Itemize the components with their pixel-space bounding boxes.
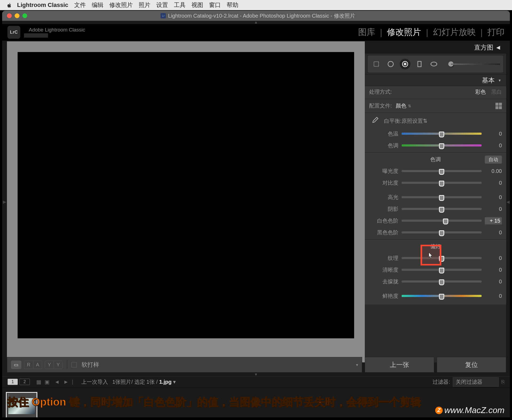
module-develop[interactable]: 修改照片 bbox=[387, 26, 421, 38]
apple-logo-icon bbox=[6, 2, 12, 8]
radial-filter-tool-icon[interactable] bbox=[429, 59, 439, 69]
menu-edit[interactable]: 编辑 bbox=[92, 1, 103, 9]
window-title: Lightroom Catalog-v10-2.lrcat - Adobe Ph… bbox=[168, 12, 355, 19]
slider-vibrance[interactable]: 鲜艳度0 bbox=[365, 290, 506, 302]
wb-stepper-icon[interactable]: ⇅ bbox=[423, 118, 427, 124]
app-window: Lr Lightroom Catalog-v10-2.lrcat - Adobe… bbox=[2, 11, 510, 417]
wb-value[interactable]: 原照设置 bbox=[402, 117, 423, 125]
monitor-1-button[interactable]: 1 bbox=[7, 379, 18, 385]
expand-top-panel-arrow[interactable]: ▲ bbox=[2, 21, 510, 24]
window-close-button[interactable] bbox=[7, 13, 12, 18]
profile-label: 配置文件: bbox=[369, 102, 392, 109]
profile-value[interactable]: 颜色 bbox=[396, 102, 406, 109]
slider-dehaze[interactable]: 去朦胧0 bbox=[365, 276, 506, 287]
nav-prev-icon[interactable]: ◄ bbox=[54, 379, 60, 385]
crop-tool-icon[interactable] bbox=[371, 59, 382, 69]
wb-label: 白平衡: bbox=[384, 117, 402, 125]
tool-strip bbox=[367, 55, 503, 73]
reset-button[interactable]: 复位 bbox=[437, 357, 506, 373]
filter-label: 过滤器: bbox=[433, 378, 450, 386]
menu-view[interactable]: 视图 bbox=[191, 1, 203, 9]
slider-tint[interactable]: 色调0 bbox=[365, 140, 506, 151]
softproof-label: 软打样 bbox=[82, 361, 99, 369]
svg-point-5 bbox=[431, 62, 437, 66]
crumb-dropdown-icon[interactable]: ▾ bbox=[173, 379, 176, 385]
graduated-filter-tool-icon[interactable] bbox=[414, 59, 425, 69]
canvas-area bbox=[7, 41, 365, 362]
macos-menubar: Lightroom Classic 文件 编辑 修改照片 照片 设置 工具 视图… bbox=[0, 0, 512, 10]
treatment-label: 处理方式: bbox=[369, 88, 392, 96]
menu-settings[interactable]: 设置 bbox=[156, 1, 168, 9]
auto-tone-button[interactable]: 自动 bbox=[485, 156, 502, 164]
main-area: ▶ 直方图 ◄ 基本▼ 处理方式: bbox=[2, 41, 510, 362]
develop-panel: 直方图 ◄ 基本▼ 处理方式: 彩色 黑白 bbox=[365, 41, 506, 362]
filter-dropdown[interactable]: 关闭过滤器 bbox=[453, 377, 499, 387]
filmstrip-toolbar: 1 2 ▦▣ ◄► | 上一次导入 1张照片/ 选定 1张 / 1.jpg ▾ … bbox=[2, 376, 510, 387]
header-app-name: Adobe Lightroom Classic bbox=[29, 27, 85, 33]
filter-lock-icon[interactable]: ⎘ bbox=[501, 379, 505, 385]
svg-point-1 bbox=[388, 61, 393, 67]
tutorial-caption: 按住 Option 键，同时增加「白色色阶」的值，当图像中的细节丢失时，会得到一… bbox=[7, 395, 505, 409]
slider-contrast[interactable]: 对比度0 bbox=[365, 177, 506, 189]
previous-button[interactable]: 上一张 bbox=[365, 357, 434, 373]
toolbar-dropdown-icon[interactable]: ▾ bbox=[356, 362, 358, 367]
redeye-tool-icon[interactable] bbox=[400, 59, 410, 69]
compare-segment[interactable]: YY bbox=[45, 361, 63, 369]
nav-next-icon[interactable]: ► bbox=[63, 379, 69, 385]
treatment-bw[interactable]: 黑白 bbox=[491, 88, 502, 96]
menu-tools[interactable]: 工具 bbox=[174, 1, 186, 9]
expand-left-panel-arrow[interactable]: ▶ bbox=[2, 41, 7, 362]
module-print[interactable]: 打印 bbox=[487, 26, 505, 38]
lrc-title-icon: Lr bbox=[161, 13, 166, 18]
spot-removal-tool-icon[interactable] bbox=[385, 59, 396, 69]
basic-panel-header[interactable]: 基本▼ bbox=[365, 74, 506, 86]
module-slideshow[interactable]: 幻灯片放映 bbox=[433, 26, 476, 38]
menu-photo[interactable]: 照片 bbox=[139, 1, 150, 9]
expand-right-panel-arrow[interactable]: ◀ bbox=[506, 41, 510, 362]
slider-clarity[interactable]: 清晰度0 bbox=[365, 264, 506, 276]
menu-window[interactable]: 窗口 bbox=[209, 1, 221, 9]
adjustment-brush-slider[interactable] bbox=[448, 61, 500, 67]
header-subbar bbox=[24, 33, 48, 38]
slider-highlights[interactable]: 高光0 bbox=[365, 191, 506, 203]
treatment-color[interactable]: 彩色 bbox=[475, 88, 486, 96]
crumb-current: 1.jpg bbox=[159, 379, 172, 385]
grid-view-icon[interactable]: ▦ bbox=[36, 379, 41, 385]
watermark-logo-icon: Z bbox=[435, 407, 443, 414]
watermark: Z www.MacZ.com bbox=[435, 405, 505, 415]
slider-texture[interactable]: 纹理0 bbox=[365, 252, 506, 264]
crumb-count: 1张照片/ 选定 1张 / bbox=[112, 379, 158, 385]
menubar-app-name: Lightroom Classic bbox=[17, 2, 68, 9]
window-maximize-button[interactable] bbox=[22, 13, 27, 18]
svg-rect-4 bbox=[418, 61, 421, 67]
histogram-panel-header[interactable]: 直方图 ◄ bbox=[365, 41, 506, 54]
app-header: LrC Adobe Lightroom Classic 图库 | 修改照片 | … bbox=[2, 24, 510, 41]
tone-header: 色调 bbox=[430, 156, 441, 163]
menu-file[interactable]: 文件 bbox=[74, 1, 86, 9]
single-view-icon[interactable]: ▣ bbox=[45, 379, 50, 385]
slider-shadows[interactable]: 阴影0 bbox=[365, 203, 506, 215]
menu-develop[interactable]: 修改照片 bbox=[109, 1, 133, 9]
lrc-logo-icon: LrC bbox=[7, 26, 20, 39]
svg-rect-0 bbox=[374, 62, 379, 66]
softproof-checkbox[interactable] bbox=[71, 362, 77, 367]
bottom-toolbar: ▭ RA YY 软打样 ▾ 上一张 复位 bbox=[7, 357, 506, 373]
expand-filmstrip-arrow[interactable]: ▼ bbox=[2, 373, 510, 376]
white-balance-eyedropper-icon[interactable] bbox=[369, 116, 380, 126]
slider-exposure[interactable]: 曝光度0.00 bbox=[365, 165, 506, 177]
window-titlebar: Lr Lightroom Catalog-v10-2.lrcat - Adobe… bbox=[2, 11, 510, 21]
profile-browser-icon[interactable] bbox=[495, 103, 502, 109]
profile-stepper-icon[interactable]: ⇅ bbox=[406, 103, 413, 109]
module-tabs: 图库 | 修改照片 | 幻灯片放映 | 打印 bbox=[358, 26, 505, 38]
slider-whites[interactable]: 白色色阶+ 15 bbox=[365, 215, 506, 227]
window-minimize-button[interactable] bbox=[15, 13, 19, 18]
slider-blacks[interactable]: 黑色色阶0 bbox=[365, 227, 506, 238]
module-library[interactable]: 图库 bbox=[358, 26, 375, 38]
crumb-prefix[interactable]: 上一次导入 bbox=[81, 379, 108, 385]
view-mode-segment[interactable]: ▭ bbox=[11, 360, 21, 369]
before-after-segment[interactable]: RA bbox=[24, 361, 42, 369]
image-canvas[interactable] bbox=[18, 52, 354, 338]
menu-help[interactable]: 帮助 bbox=[227, 1, 238, 9]
monitor-2-button[interactable]: 2 bbox=[19, 379, 30, 385]
slider-temp[interactable]: 色温0 bbox=[365, 128, 506, 140]
